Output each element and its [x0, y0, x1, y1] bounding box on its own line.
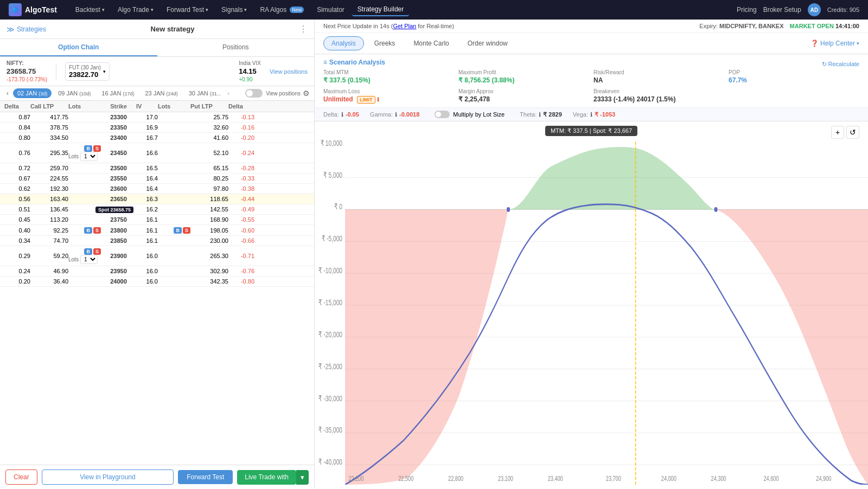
view-playground-button[interactable]: View in Playground: [42, 469, 174, 485]
nav-backtest[interactable]: Backtest ▾: [70, 4, 110, 16]
greeks-bar: Delta: ℹ -0.05 Gamma: ℹ -0.0018 Multiply…: [315, 108, 868, 121]
forward-test-button[interactable]: Forward Test: [178, 470, 233, 484]
tab-positions[interactable]: Positions: [157, 39, 315, 56]
metric-max-profit: Maximum Profit ₹ 8,756.25 (3.88%): [458, 69, 589, 84]
lots-select-call[interactable]: 1: [80, 255, 98, 264]
recalculate-btn[interactable]: ↻ Recalculate: [822, 61, 859, 68]
nav-simulator[interactable]: Simulator: [311, 4, 350, 16]
fut-chevron: ▾: [103, 69, 106, 74]
nifty-bar: NIFTY: 23658.75 -173.70 (-0.73%) FUT (30…: [0, 57, 314, 86]
chart-area: MTM: ₹ 337.5 | Spot: ₹ 23,667 + ↺ ₹ 10,0…: [315, 121, 868, 489]
table-row: 0.40 92.25 B S 23800 16.1 B S 198.05: [0, 225, 314, 236]
date-more[interactable]: ›: [227, 90, 229, 96]
multiply-toggle[interactable]: Multiply by Lot Size: [435, 111, 505, 118]
spot-tooltip: Spot 23658.75: [95, 207, 133, 213]
buy-put-btn[interactable]: B: [174, 227, 182, 234]
nifty-value: 23658.75: [7, 67, 47, 75]
time-display: 14:41:00: [835, 23, 859, 29]
date-02jan[interactable]: 02 JAN (3d): [13, 88, 52, 98]
greek-gamma: Gamma: ℹ -0.0018: [370, 111, 420, 118]
chart-zoom-in[interactable]: +: [831, 126, 844, 139]
chart-info-box: MTM: ₹ 337.5 | Spot: ₹ 23,667: [545, 126, 637, 136]
table-row: 0.62 192.30 23600 16.4 97.80 -0.38: [0, 184, 314, 194]
option-table: 0.87 417.75 23300 17.0 25.75 -0.13 0.84 …: [0, 112, 314, 465]
nav-algotrade[interactable]: Algo Trade ▾: [112, 4, 159, 16]
sell-call-btn[interactable]: S: [93, 248, 101, 255]
sell-call-btn[interactable]: S: [93, 227, 101, 234]
menu-dots[interactable]: ⋮: [299, 24, 308, 34]
live-trade-dropdown[interactable]: ▾: [296, 470, 309, 485]
buy-call-btn[interactable]: B: [84, 145, 92, 152]
tab-analysis[interactable]: Analysis: [323, 36, 364, 50]
clear-button[interactable]: Clear: [5, 469, 37, 485]
date-prev[interactable]: ‹: [4, 88, 11, 98]
left-panel: ≫ Strategies New strategy ⋮ Option Chain…: [0, 20, 315, 489]
chart-refresh[interactable]: ↺: [846, 126, 859, 139]
nifty-divider: [56, 63, 56, 80]
market-status: MARKET OPEN: [790, 23, 834, 29]
nav-signals[interactable]: Signals ▾: [216, 4, 252, 16]
date-16jan[interactable]: 16 JAN (17d): [97, 88, 138, 98]
svg-text:₹ -25,000: ₹ -25,000: [318, 362, 342, 371]
metric-max-loss: Maximum Loss Unlimited LIMIT ℹ: [323, 88, 454, 103]
view-positions-btn[interactable]: View positions: [270, 68, 308, 75]
table-header: Delta Call LTP Lots Strike IV Lots Put L…: [0, 101, 314, 112]
limit-badge[interactable]: LIMIT: [357, 96, 375, 104]
tab-option-chain[interactable]: Option Chain: [0, 39, 157, 56]
date-row: ‹ 02 JAN (3d) 09 JAN (10d) 16 JAN (17d) …: [0, 86, 314, 101]
tab-order-window[interactable]: Order window: [459, 36, 516, 50]
toggle-switch[interactable]: View positions: [245, 89, 301, 98]
nav-raalgos[interactable]: RA Algos New: [254, 4, 309, 16]
metric-risk-reward: Risk/Reward NA: [593, 69, 724, 84]
tab-greeks[interactable]: Greeks: [366, 36, 404, 50]
svg-text:23,100: 23,100: [498, 474, 513, 482]
live-trade-button[interactable]: Live Trade with: [237, 470, 296, 485]
fut-dropdown[interactable]: FUT (30 Jan) 23822.70 ▾: [65, 62, 110, 81]
sell-put-btn[interactable]: S: [183, 227, 190, 234]
svg-text:24,900: 24,900: [816, 474, 831, 482]
nav-broker-setup[interactable]: Broker Setup: [763, 6, 801, 14]
svg-text:₹ -35,000: ₹ -35,000: [318, 426, 342, 435]
date-09jan[interactable]: 09 JAN (10d): [54, 88, 95, 98]
get-plan-link[interactable]: Get Plan: [393, 23, 416, 29]
svg-text:24,000: 24,000: [661, 474, 676, 482]
india-vix-section: India VIX 14.15 +0.90: [239, 60, 261, 82]
tab-monte-carlo[interactable]: Monte Carlo: [405, 36, 457, 50]
svg-text:24,600: 24,600: [763, 474, 778, 482]
nav-strategybuilder[interactable]: Strategy Builder: [352, 3, 409, 16]
live-trade-group: Live Trade with ▾: [237, 470, 309, 485]
svg-text:₹ -30,000: ₹ -30,000: [318, 394, 342, 403]
help-center[interactable]: ❓ Help Center ▾: [810, 40, 859, 47]
lots-select-call[interactable]: 1: [80, 152, 98, 161]
table-row: 0.51 136.45 23700 16.2 142.55 -0.49: [0, 204, 314, 215]
svg-point-23: [507, 207, 510, 212]
view-toggle[interactable]: [245, 89, 263, 98]
settings-icon[interactable]: ⚙: [303, 89, 310, 98]
avatar[interactable]: AD: [808, 3, 821, 16]
table-row: 0.67 224.55 23550 16.4 80.25 -0.33: [0, 173, 314, 184]
strategy-title: New strategy: [151, 25, 195, 33]
option-chain-tab-bar: Option Chain Positions: [0, 39, 314, 57]
table-row: 0.20 36.40 24000 16.0 342.35 -0.80: [0, 276, 314, 287]
svg-text:₹ -5,000: ₹ -5,000: [322, 235, 342, 243]
date-30jan[interactable]: 30 JAN (31...: [184, 88, 226, 98]
svg-text:24,300: 24,300: [711, 474, 726, 482]
nav-pricing[interactable]: Pricing: [737, 6, 757, 14]
scenario-title: ≡ Scenario Analysis: [323, 59, 385, 66]
buy-call-btn[interactable]: B: [84, 248, 92, 255]
buy-call-btn[interactable]: B: [84, 227, 92, 234]
metric-margin: Margin Approx ₹ 2,25,478: [458, 88, 589, 103]
svg-text:₹ -15,000: ₹ -15,000: [318, 298, 342, 307]
date-23jan[interactable]: 23 JAN (24d): [141, 88, 182, 98]
nav-forwardtest[interactable]: Forward Test ▾: [161, 4, 214, 16]
svg-text:₹ 5,000: ₹ 5,000: [323, 171, 342, 179]
payoff-chart: ₹ 10,000 ₹ 5,000 ₹ 0 ₹ -5,000 ₹ -10,000 …: [315, 126, 868, 485]
chart-controls: + ↺: [831, 126, 859, 139]
top-nav: 🔷 AlgoTest Backtest ▾ Algo Trade ▾ Forwa…: [0, 0, 868, 20]
strategies-button[interactable]: ≫ Strategies: [7, 25, 46, 34]
logo[interactable]: 🔷 AlgoTest: [9, 3, 57, 16]
table-row: 0.29 59.20 B S Lots 1 23900 16.0 265.30 …: [0, 246, 314, 266]
analysis-tabs: Analysis Greeks Monte Carlo Order window…: [315, 33, 868, 54]
table-row: 0.45 113.20 23750 16.1 168.90 -0.55: [0, 215, 314, 225]
sell-call-btn[interactable]: S: [93, 145, 101, 152]
